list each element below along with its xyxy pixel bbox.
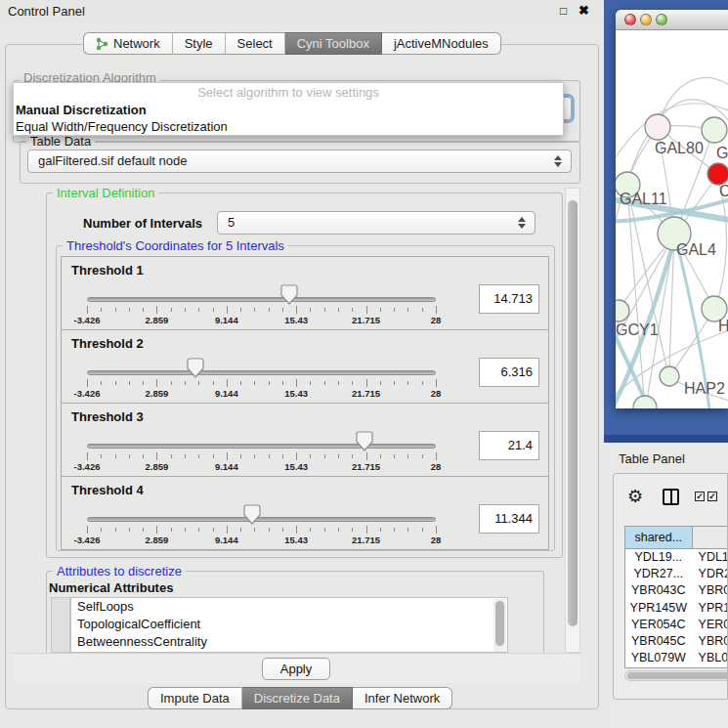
node-table[interactable]: shared... na YDL19...YDL1YDR27...YDR2YBR…: [624, 526, 728, 668]
cell-shared-name: YPR145W: [625, 600, 693, 617]
table-row[interactable]: YBL079WYBL0: [625, 650, 728, 666]
tab-select-label: Select: [237, 33, 273, 54]
table-row[interactable]: YBR045CYBR0: [625, 633, 728, 650]
slider-thumb[interactable]: [356, 431, 373, 451]
attributes-list-gutter: [51, 597, 70, 653]
tab-select[interactable]: Select: [226, 32, 285, 55]
slider-track[interactable]: [87, 297, 436, 302]
tab-style[interactable]: Style: [173, 32, 226, 55]
table-row[interactable]: YDL19...YDL1: [625, 549, 728, 566]
threshold-value-field[interactable]: 21.4: [479, 431, 539, 460]
tab-jactivemnodules[interactable]: jActiveMNodules: [382, 32, 501, 55]
attribute-list-item[interactable]: SelfLoops: [71, 598, 507, 616]
table-data-combo[interactable]: galFiltered.sif default node: [27, 150, 572, 173]
column-header-shared-name[interactable]: shared...: [625, 527, 693, 548]
bottom-tab-bar: Impute Data Discretize Data Infer Networ…: [148, 687, 452, 709]
table-panel-body: ⚙ ✓ ✓ shared... na YDL19...YDL1YDR27...Y…: [613, 473, 728, 700]
tab-jactivemnodules-label: jActiveMNodules: [394, 33, 489, 54]
checkbox-icon[interactable]: ✓: [707, 492, 717, 501]
table-row[interactable]: YER054CYER0: [625, 617, 728, 633]
slider-thumb[interactable]: [243, 504, 261, 525]
zoom-traffic-light-icon[interactable]: [656, 14, 667, 25]
popup-item-manual-discretization[interactable]: Manual Discretization: [14, 102, 563, 118]
close-traffic-light-icon[interactable]: [624, 14, 636, 25]
split-columns-icon[interactable]: [663, 489, 679, 505]
combo-stepper-icon: [518, 217, 526, 229]
gear-icon[interactable]: ⚙: [627, 486, 643, 507]
tab-network-label: Network: [113, 33, 160, 54]
table-horizontal-scrollbar[interactable]: [624, 670, 728, 681]
slider-ticks: [87, 452, 436, 461]
slider-thumb[interactable]: [187, 358, 204, 378]
table-row[interactable]: YDR27...YDR2: [625, 566, 728, 582]
threshold-label: Threshold 3: [71, 409, 144, 424]
cell-shared-name: YBR043C: [625, 582, 693, 599]
cell-shared-name: YBL079W: [625, 650, 693, 666]
cell-shared-name: YDR27...: [625, 566, 693, 582]
table-data-combo-value: galFiltered.sif default node: [38, 153, 187, 168]
network-node-red[interactable]: [707, 163, 728, 185]
table-toolbar: ⚙ ✓ ✓: [614, 474, 727, 521]
tab-network[interactable]: Network: [83, 32, 173, 55]
network-view-window[interactable]: GAL80GACGAL11GAL4GCY1HHAP2: [616, 10, 728, 408]
number-of-intervals-combo[interactable]: 5: [217, 211, 535, 235]
popup-placeholder-item[interactable]: Select algorithm to view settings: [14, 83, 563, 102]
network-node-green[interactable]: [633, 396, 657, 408]
cell-name: YBL0: [693, 650, 728, 666]
threshold-label: Threshold 2: [71, 336, 144, 351]
slider-track[interactable]: [87, 517, 436, 522]
tab-cyni-toolbox[interactable]: Cyni Toolbox: [285, 32, 382, 55]
threshold-panel-2: Threshold 2-3.4262.8599.14415.4321.71528…: [61, 329, 549, 404]
minimize-traffic-light-icon[interactable]: [640, 14, 652, 25]
apply-button[interactable]: Apply: [262, 658, 330, 680]
column-header-name[interactable]: na: [693, 527, 728, 548]
network-node-green[interactable]: [660, 366, 679, 386]
table-row[interactable]: YLR345WYLR3: [625, 666, 728, 668]
attributes-list-scrollbar[interactable]: [493, 599, 506, 653]
slider-scale-labels: -3.4262.8599.14415.4321.71528: [87, 315, 436, 326]
threshold-value-field[interactable]: 14.713: [479, 284, 539, 314]
table-panel-title: Table Panel: [619, 451, 685, 466]
cell-shared-name: YDL19...: [625, 549, 693, 566]
tab-infer-network[interactable]: Infer Network: [353, 687, 452, 709]
table-row[interactable]: YBR043CYBR0: [625, 582, 728, 599]
cell-name: YLR3: [693, 666, 728, 668]
cell-name: YBR0: [693, 633, 728, 650]
slider-track[interactable]: [87, 370, 436, 375]
slider-ticks: [87, 379, 436, 388]
attributes-group-title: Attributes to discretize: [53, 564, 186, 578]
threshold-value-field[interactable]: 11.344: [479, 504, 539, 534]
network-canvas[interactable]: GAL80GACGAL11GAL4GCY1HHAP2: [616, 30, 728, 408]
interval-definition-title: Interval Definition: [53, 186, 158, 200]
network-window-titlebar: [616, 10, 728, 30]
close-icon[interactable]: ✖: [578, 3, 589, 18]
slider-track[interactable]: [87, 444, 436, 449]
cell-name: YER0: [693, 617, 728, 633]
popup-item-equal-width[interactable]: Equal Width/Frequency Discretization: [14, 118, 563, 135]
apply-strip: Apply: [13, 653, 580, 683]
float-window-icon[interactable]: □: [560, 4, 567, 18]
settings-vertical-scrollbar[interactable]: [565, 188, 580, 653]
slider-scale-labels: -3.4262.8599.14415.4321.71528: [87, 535, 436, 546]
slider-thumb[interactable]: [280, 284, 298, 305]
tab-style-label: Style: [185, 33, 213, 54]
attribute-list-item[interactable]: BetweennessCentrality: [71, 633, 507, 651]
threshold-value-field[interactable]: 6.316: [479, 358, 539, 387]
tab-impute-data-label: Impute Data: [160, 688, 230, 708]
threshold-panel-3: Threshold 3-3.4262.8599.14415.4321.71528…: [61, 403, 549, 477]
network-node-green[interactable]: [702, 117, 727, 143]
numerical-attributes-list[interactable]: SelfLoopsTopologicalCoefficientBetweenne…: [70, 597, 508, 653]
cell-shared-name: YLR345W: [625, 666, 693, 668]
network-node-pink[interactable]: [645, 114, 670, 140]
network-node-label: GAL4: [676, 241, 716, 258]
tab-discretize-data-label: Discretize Data: [254, 688, 340, 708]
attribute-list-item[interactable]: TopologicalCoefficient: [71, 616, 507, 633]
slider-ticks: [87, 526, 436, 535]
thresholds-group-title: Threshold's Coordinates for 5 Intervals: [63, 238, 288, 253]
tab-impute-data[interactable]: Impute Data: [148, 687, 242, 709]
checkbox-icon[interactable]: ✓: [695, 492, 705, 501]
tab-discretize-data[interactable]: Discretize Data: [242, 687, 353, 709]
table-header-row: shared... na: [625, 527, 728, 549]
network-edge[interactable]: [671, 311, 713, 374]
table-row[interactable]: YPR145WYPR1: [625, 600, 728, 617]
